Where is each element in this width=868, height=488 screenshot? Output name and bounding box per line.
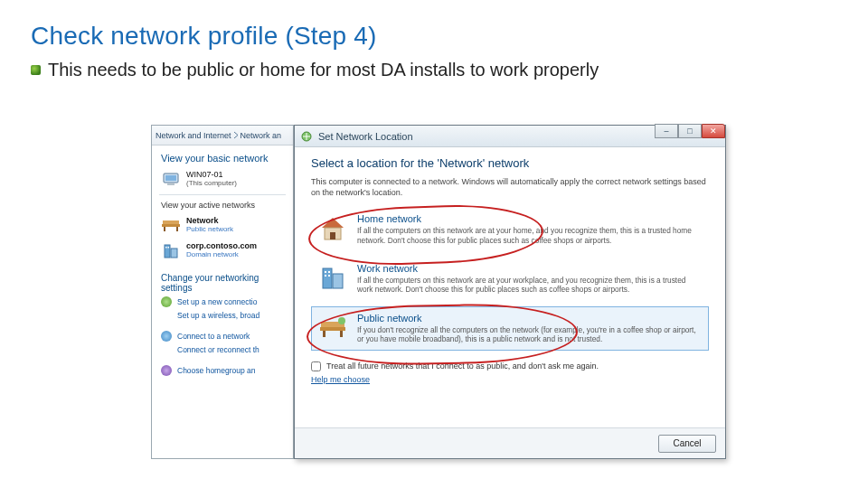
network-icon xyxy=(300,130,313,143)
public-desc: If you don't recognize all the computers… xyxy=(357,325,703,344)
set-network-location-dialog: – □ ✕ Set Network Location Select a loca… xyxy=(294,125,726,459)
work-title: Work network xyxy=(357,263,703,274)
treat-future-checkbox[interactable] xyxy=(311,361,321,371)
building-icon xyxy=(161,241,181,261)
bench-icon xyxy=(161,216,181,236)
park-bench-icon xyxy=(317,313,348,343)
home-desc: If all the computers on this network are… xyxy=(357,226,703,245)
change-settings-header: Change your networking settings xyxy=(152,264,293,295)
svg-rect-18 xyxy=(328,271,330,273)
breadcrumb[interactable]: Network and Internet Network an xyxy=(152,126,293,145)
bullet-icon xyxy=(31,65,41,75)
breadcrumb-b[interactable]: Network an xyxy=(241,131,282,140)
task1-label: Set up a new connectio xyxy=(177,297,257,306)
dialog-heading: Select a location for the 'Network' netw… xyxy=(311,156,709,170)
svg-rect-3 xyxy=(162,224,180,227)
svg-rect-15 xyxy=(323,268,332,288)
dialog-title: Set Network Location xyxy=(318,131,413,142)
svg-rect-14 xyxy=(330,232,335,239)
task-reconnect[interactable]: Connect or reconnect th xyxy=(152,343,293,356)
svg-rect-23 xyxy=(323,331,326,337)
active-networks-header: View your active networks xyxy=(152,197,293,213)
screenshot-composite: Network and Internet Network an View you… xyxy=(151,125,726,459)
option-work-network[interactable]: Work network If all the computers on thi… xyxy=(311,257,709,301)
net1-label: Network xyxy=(186,216,233,225)
svg-rect-6 xyxy=(176,227,178,231)
bg-network-window: Network and Internet Network an View you… xyxy=(151,125,294,459)
svg-point-25 xyxy=(338,317,345,324)
option-home-network[interactable]: Home network If all the computers on thi… xyxy=(311,207,709,251)
office-icon xyxy=(317,263,348,294)
bullet-row: This needs to be public or home for most… xyxy=(31,60,837,80)
homegroup-icon xyxy=(161,365,172,376)
task5-label: Choose homegroup an xyxy=(177,366,255,375)
task-wireless[interactable]: Set up a wireless, broad xyxy=(152,309,293,322)
svg-marker-12 xyxy=(322,218,344,228)
connect-icon xyxy=(161,331,172,342)
svg-rect-20 xyxy=(328,275,330,277)
work-desc: If all the computers on this network are… xyxy=(357,276,703,295)
this-computer-item: WIN07-01 (This computer) xyxy=(152,167,293,192)
window-buttons: – □ ✕ xyxy=(655,124,725,138)
svg-rect-16 xyxy=(333,274,343,288)
svg-rect-9 xyxy=(165,247,167,249)
net1-sub: Public network xyxy=(186,225,233,233)
svg-rect-4 xyxy=(163,221,179,224)
dialog-intro: This computer is connected to a network.… xyxy=(311,177,709,198)
svg-rect-5 xyxy=(164,227,165,231)
svg-rect-24 xyxy=(340,331,343,337)
svg-rect-8 xyxy=(171,249,177,258)
breadcrumb-a[interactable]: Network and Internet xyxy=(156,131,231,140)
minimize-button[interactable]: – xyxy=(655,124,678,138)
net2-label: corp.contoso.com xyxy=(186,241,257,250)
svg-rect-10 xyxy=(168,247,170,249)
option-public-network[interactable]: Public network If you don't recognize al… xyxy=(311,306,709,351)
task3-label: Connect to a network xyxy=(177,332,250,341)
view-basic-header: View your basic network xyxy=(152,145,293,167)
svg-rect-7 xyxy=(165,245,170,258)
home-title: Home network xyxy=(357,213,703,224)
computer-icon xyxy=(161,170,181,190)
close-button[interactable]: ✕ xyxy=(702,124,725,138)
computer-sub: (This computer) xyxy=(186,179,237,187)
active-network-1[interactable]: Network Public network xyxy=(152,213,293,239)
treat-future-label: Treat all future networks that I connect… xyxy=(326,361,599,371)
svg-rect-2 xyxy=(167,183,175,185)
computer-name: WIN07-01 xyxy=(186,170,237,179)
page-title: Check network profile (Step 4) xyxy=(31,22,837,51)
public-title: Public network xyxy=(357,313,703,324)
treat-future-row[interactable]: Treat all future networks that I connect… xyxy=(311,361,709,371)
dialog-footer: Cancel xyxy=(295,427,725,458)
task2-label: Set up a wireless, broad xyxy=(177,311,259,320)
bullet-text: This needs to be public or home for most… xyxy=(48,60,599,80)
svg-rect-19 xyxy=(325,275,326,277)
svg-rect-21 xyxy=(320,327,345,331)
active-network-2[interactable]: corp.contoso.com Domain network xyxy=(152,239,293,264)
plus-icon xyxy=(161,296,172,307)
task-new-connection[interactable]: Set up a new connectio xyxy=(152,295,293,309)
net2-sub: Domain network xyxy=(186,250,257,258)
maximize-button[interactable]: □ xyxy=(678,124,702,138)
svg-rect-1 xyxy=(165,175,176,181)
task-connect-network[interactable]: Connect to a network xyxy=(152,329,293,343)
cancel-button[interactable]: Cancel xyxy=(658,435,716,453)
svg-rect-17 xyxy=(325,271,326,273)
task-homegroup[interactable]: Choose homegroup an xyxy=(152,363,293,378)
help-me-choose-link[interactable]: Help me choose xyxy=(311,375,370,384)
task4-label: Connect or reconnect th xyxy=(177,345,259,354)
house-icon xyxy=(317,213,348,244)
